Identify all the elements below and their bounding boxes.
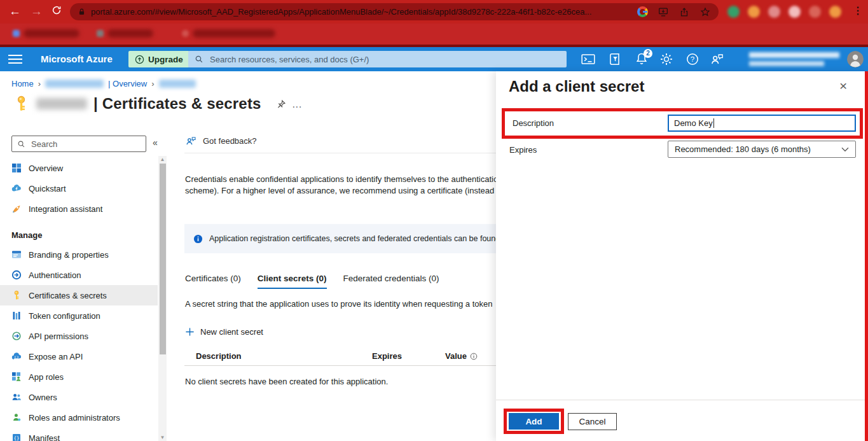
sidebar-item-label: Roles and administrators	[29, 413, 120, 423]
api-permissions-icon	[11, 331, 22, 341]
breadcrumb-overview[interactable]: | Overview	[108, 79, 147, 88]
extension-icon[interactable]	[768, 6, 780, 18]
sidebar-item-api-permissions[interactable]: API permissions	[0, 326, 158, 346]
new-client-secret-button[interactable]: New client secret	[185, 327, 263, 337]
browser-forward-icon[interactable]: →	[31, 3, 43, 20]
bookmark-star-icon[interactable]	[699, 6, 711, 18]
upgrade-label: Upgrade	[148, 55, 183, 64]
add-client-secret-panel: Add a client secret × Description Demo K…	[496, 71, 868, 441]
tab-federated-credentials[interactable]: Federated credentials (0)	[343, 274, 439, 289]
sidebar-search-input[interactable]	[30, 139, 141, 150]
cancel-button[interactable]: Cancel	[568, 413, 617, 430]
description-value: Demo Key	[674, 118, 713, 128]
secret-description-text: A secret string that the application use…	[185, 299, 492, 309]
avatar[interactable]	[847, 51, 864, 67]
svg-text:{}: {}	[13, 435, 19, 441]
upgrade-button[interactable]: Upgrade	[128, 51, 189, 67]
tab-bar: Certificates (0) Client secrets (0) Fede…	[185, 274, 439, 289]
bookmark-item[interactable]	[182, 29, 275, 38]
sidebar-item-expose-an-api[interactable]: Expose an API	[0, 346, 158, 367]
empty-state-message: No client secrets have been created for …	[185, 377, 388, 386]
sidebar-item-integration-assistant[interactable]: Integration assistant	[0, 199, 158, 219]
gear-icon[interactable]	[659, 52, 674, 67]
sidebar-item-token-configuration[interactable]: Token configuration	[0, 305, 158, 326]
sidebar-item-authentication[interactable]: Authentication	[0, 265, 158, 285]
more-options-icon[interactable]: ...	[293, 99, 303, 109]
sidebar-item-label: Authentication	[29, 270, 81, 280]
tab-client-secrets[interactable]: Client secrets (0)	[258, 274, 327, 289]
column-header-description[interactable]: Description	[196, 351, 242, 361]
extension-icon[interactable]	[727, 6, 740, 18]
new-client-secret-label: New client secret	[200, 327, 263, 337]
extension-icon[interactable]	[829, 6, 841, 18]
sidebar: « Overview Quickstart Integration assist…	[0, 127, 169, 441]
sidebar-item-branding[interactable]: Branding & properties	[0, 244, 158, 265]
redacted-bookmark-label	[24, 29, 79, 38]
browser-menu-icon[interactable]: ⋮	[853, 4, 863, 17]
chevron-down-icon	[841, 147, 849, 152]
sidebar-item-owners[interactable]: Owners	[0, 387, 158, 407]
expires-dropdown[interactable]: Recommended: 180 days (6 months)	[668, 141, 856, 158]
browser-refresh-icon[interactable]	[51, 4, 62, 20]
favicon	[182, 30, 189, 37]
sidebar-item-label: Certificates & secrets	[29, 291, 107, 300]
cloud-shell-icon[interactable]	[581, 52, 596, 67]
azure-brand[interactable]: Microsoft Azure	[41, 53, 113, 64]
close-icon[interactable]: ×	[839, 79, 847, 93]
expires-label: Expires	[509, 145, 537, 155]
breadcrumb-home[interactable]: Home	[11, 79, 34, 88]
column-header-expires[interactable]: Expires	[372, 351, 402, 361]
browser-back-icon[interactable]: ←	[9, 3, 21, 20]
sidebar-item-certificates-secrets[interactable]: Certificates & secrets	[0, 285, 158, 305]
redacted-crumb[interactable]	[159, 80, 196, 88]
global-search-bar[interactable]	[188, 51, 567, 67]
extension-icon[interactable]	[809, 6, 821, 18]
scroll-down-icon[interactable]: ▼	[158, 435, 167, 440]
sidebar-item-roles-and-administrators[interactable]: Roles and administrators	[0, 407, 158, 428]
google-icon[interactable]	[637, 6, 648, 17]
column-header-value[interactable]: Value	[445, 351, 478, 361]
page-title: | Certificates & secrets	[93, 95, 261, 113]
sidebar-item-quickstart[interactable]: Quickstart	[0, 178, 158, 199]
sidebar-item-app-roles[interactable]: App roles	[0, 367, 158, 387]
svg-text:?: ?	[691, 55, 694, 63]
scroll-up-icon[interactable]: ▲	[158, 157, 167, 162]
annotation-stripe	[865, 71, 868, 441]
sidebar-item-overview[interactable]: Overview	[0, 158, 158, 178]
scrollbar-thumb[interactable]	[160, 164, 166, 354]
bookmark-item[interactable]	[97, 29, 153, 38]
redacted-bookmark-label	[193, 29, 275, 38]
breadcrumb: Home › | Overview ›	[11, 79, 196, 88]
sidebar-item-manifest[interactable]: {} Manifest	[0, 428, 158, 441]
pin-icon[interactable]	[277, 99, 286, 109]
sidebar-search[interactable]	[11, 136, 146, 152]
got-feedback-link[interactable]: Got feedback?	[185, 135, 257, 147]
directory-filter-icon[interactable]	[607, 52, 623, 67]
collapse-sidebar-icon[interactable]: «	[153, 137, 158, 148]
column-header-value-label: Value	[445, 351, 467, 361]
global-search-input[interactable]	[209, 54, 560, 65]
sidebar-item-label: Manifest	[29, 433, 60, 441]
bookmark-item[interactable]	[13, 29, 79, 38]
plus-icon	[185, 327, 195, 337]
quickstart-cloud-icon	[11, 183, 22, 193]
hamburger-menu-icon[interactable]	[8, 55, 22, 66]
extensions-row	[727, 6, 841, 18]
app-roles-icon	[11, 372, 22, 382]
add-button[interactable]: Add	[509, 413, 559, 430]
install-icon[interactable]	[658, 6, 669, 18]
address-bar[interactable]: portal.azure.com/#view/Microsoft_AAD_Reg…	[70, 3, 719, 20]
share-icon[interactable]	[679, 6, 690, 18]
feedback-icon[interactable]	[710, 52, 725, 67]
help-icon[interactable]: ?	[685, 52, 700, 67]
redacted-app-name[interactable]	[45, 80, 104, 88]
sidebar-scrollbar[interactable]: ▲ ▼	[158, 156, 167, 441]
description-input[interactable]: Demo Key	[668, 115, 856, 132]
rocket-icon	[11, 204, 22, 214]
extension-icon[interactable]	[789, 6, 801, 18]
tab-certificates[interactable]: Certificates (0)	[185, 274, 241, 289]
extension-icon[interactable]	[748, 6, 760, 18]
manifest-icon: {}	[11, 433, 22, 441]
account-menu[interactable]	[749, 52, 839, 66]
annotation-highlight-description: Description Demo Key	[502, 108, 863, 139]
